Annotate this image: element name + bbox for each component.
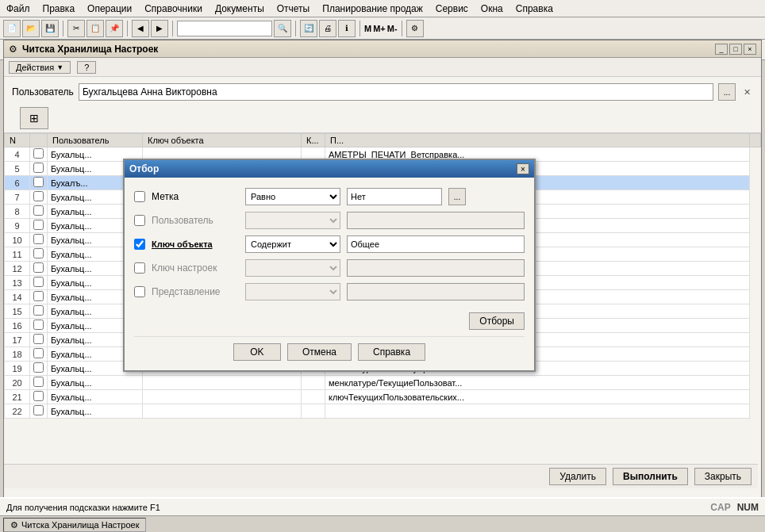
modal-bottom: OK Отмена Справка	[134, 336, 525, 361]
filter-user-checkbox[interactable]	[134, 215, 145, 226]
dialog-title: Отбор	[129, 163, 159, 174]
filter-settings-key-value[interactable]	[347, 259, 525, 277]
filter-row-label: Метка Равно ...	[134, 187, 525, 206]
filter-row-view: Представление	[134, 282, 525, 301]
filter-label-operator[interactable]: Равно	[245, 188, 340, 205]
dialog-close-btn[interactable]: ×	[517, 163, 529, 174]
modal-filters-btn[interactable]: Отборы	[469, 312, 525, 330]
dialog-ok-btn[interactable]: OK	[233, 343, 281, 361]
filter-settings-key-text: Ключ настроек	[152, 262, 239, 274]
dialog-help-btn[interactable]: Справка	[358, 343, 425, 361]
filter-view-text: Представление	[152, 286, 239, 297]
filter-key-checkbox[interactable]	[134, 239, 145, 250]
filter-dialog: Отбор × Метка Равно ... Пользователь	[123, 159, 536, 372]
dialog-title-bar: Отбор ×	[125, 160, 534, 178]
filter-label-value[interactable]	[347, 188, 442, 205]
filter-settings-key-operator[interactable]	[245, 259, 340, 277]
filter-view-checkbox[interactable]	[134, 286, 145, 297]
modal-middle: Отборы	[134, 306, 525, 336]
modal-overlay: Отбор × Метка Равно ... Пользователь	[0, 0, 765, 532]
dialog-body: Метка Равно ... Пользователь Ключ объект…	[125, 178, 534, 370]
filter-row-key: Ключ объекта Содержит	[134, 235, 525, 254]
filter-user-value[interactable]	[347, 212, 525, 229]
filter-view-value[interactable]	[347, 283, 525, 300]
filter-key-text: Ключ объекта	[152, 239, 239, 249]
filter-label-text: Метка	[152, 191, 239, 202]
filter-row-settings-key: Ключ настроек	[134, 258, 525, 277]
filter-user-text: Пользователь	[152, 215, 239, 226]
filter-key-value[interactable]	[347, 235, 525, 253]
filter-row-user: Пользователь	[134, 211, 525, 230]
dialog-cancel-btn[interactable]: Отмена	[287, 343, 352, 361]
filter-view-operator[interactable]	[245, 283, 340, 300]
filter-user-operator[interactable]	[245, 212, 340, 229]
filter-key-operator[interactable]: Содержит	[245, 235, 340, 253]
filter-label-select-btn[interactable]: ...	[448, 188, 466, 205]
filter-settings-key-checkbox[interactable]	[134, 262, 145, 274]
filter-label-checkbox[interactable]	[134, 191, 145, 202]
